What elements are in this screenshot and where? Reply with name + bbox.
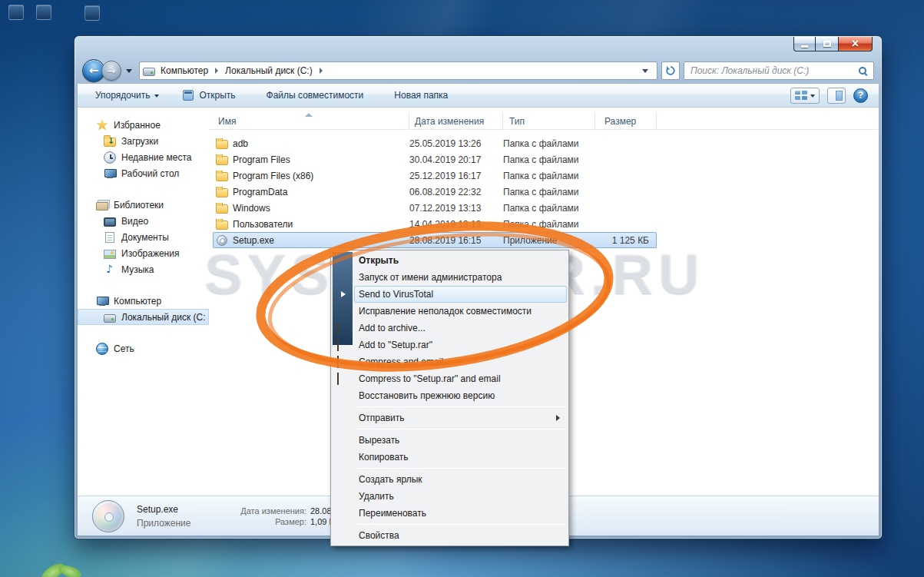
pictures-label: Изображения	[121, 248, 179, 259]
documents-label: Документы	[121, 232, 169, 243]
column-header-name[interactable]: Имя	[209, 113, 409, 129]
close-button[interactable]	[838, 37, 873, 51]
menu-item-rename[interactable]: Переименовать	[333, 505, 567, 522]
computer-label: Компьютер	[114, 296, 161, 307]
menu-item-restore-previous-version[interactable]: Восстановить прежнюю версию	[333, 387, 567, 404]
file-list: adb 25.05.2019 13:26 Папка с файлами Pro…	[213, 135, 657, 248]
open-label: Открыть	[199, 90, 235, 101]
column-name-label: Имя	[218, 116, 236, 127]
compatibility-files-button[interactable]: Файлы совместимости	[260, 87, 371, 104]
organize-label: Упорядочить	[95, 90, 150, 101]
refresh-icon	[665, 65, 676, 76]
desktop-icon	[104, 167, 116, 180]
music-label: Музыка	[121, 264, 154, 275]
sidebar-item-pictures[interactable]: Изображения	[78, 245, 209, 261]
sidebar-item-favorites[interactable]: Избранное	[78, 117, 209, 133]
sidebar-item-network[interactable]: Сеть	[78, 340, 209, 356]
breadcrumb-computer[interactable]: Компьютер	[155, 62, 214, 79]
folder-icon	[216, 188, 228, 197]
menu-item-send-to-virustotal[interactable]: Send to VirusTotal	[333, 286, 567, 303]
file-row-programdata[interactable]: ProgramData 06.08.2019 22:32 Папка с фай…	[213, 184, 657, 200]
maximize-button[interactable]	[816, 37, 838, 51]
file-name: Windows	[233, 203, 270, 214]
column-header-size[interactable]: Размер	[595, 113, 657, 129]
menu-separator	[357, 429, 565, 429]
menu-item-add-to-archive[interactable]: Add to archive...	[333, 320, 567, 337]
file-type: Папка с файлами	[503, 138, 595, 149]
desktop-icon-1[interactable]	[8, 5, 24, 20]
sidebar-item-downloads[interactable]: Загрузки	[78, 133, 209, 149]
breadcrumb-local-disk-c[interactable]: Локальный диск (C:)	[220, 62, 318, 79]
pictures-icon	[104, 250, 116, 259]
file-row-program-files-x86[interactable]: Program Files (x86) 25.12.2019 16:17 Пап…	[213, 167, 657, 184]
change-view-button[interactable]	[790, 88, 820, 104]
menu-item-delete[interactable]: Удалить	[333, 488, 567, 505]
compatibility-files-label: Файлы совместимости	[267, 90, 364, 101]
file-row-adb[interactable]: adb 25.05.2019 13:26 Папка с файлами	[213, 135, 657, 151]
application-icon	[183, 90, 194, 101]
file-date: 07.12.2019 13:13	[409, 203, 503, 214]
minimize-button[interactable]	[793, 37, 816, 51]
details-size-label: Размер:	[227, 517, 306, 526]
help-button[interactable]	[853, 88, 868, 103]
sidebar-item-documents[interactable]: Документы	[78, 229, 209, 245]
documents-icon	[105, 232, 114, 243]
menu-separator	[357, 524, 565, 525]
menu-item-add-to-setup-rar[interactable]: Add to "Setup.rar"	[333, 337, 567, 353]
file-type: Папка с файлами	[503, 154, 595, 165]
menu-item-cut[interactable]: Вырезать	[333, 432, 567, 449]
sidebar-item-music[interactable]: Музыка	[78, 261, 209, 277]
file-row-windows[interactable]: Windows 07.12.2019 13:13 Папка с файлами	[213, 200, 657, 216]
sidebar-item-recent-places[interactable]: Недавние места	[78, 149, 209, 165]
refresh-button[interactable]	[661, 61, 680, 80]
file-row-program-files[interactable]: Program Files 30.04.2019 20:17 Папка с ф…	[213, 151, 657, 167]
desktop-icon-3[interactable]	[84, 5, 100, 21]
forward-button[interactable]	[101, 61, 121, 81]
file-date: 06.08.2019 22:32	[409, 187, 503, 197]
menu-item-run-as-admin[interactable]: Запуск от имени администратора	[333, 269, 567, 286]
search-icon[interactable]	[859, 67, 866, 75]
folder-icon	[216, 204, 228, 214]
column-header-type[interactable]: Тип	[503, 113, 595, 129]
drive-icon	[143, 68, 155, 76]
organize-menu-button[interactable]: Упорядочить	[88, 87, 166, 104]
menu-item-compat-troubleshoot[interactable]: Исправление неполадок совместимости	[333, 303, 567, 320]
file-row-setup-exe[interactable]: Setup.exe 28.08.2019 16:15 Приложение 1 …	[213, 232, 657, 248]
menu-item-send-to[interactable]: Отправить	[333, 410, 567, 426]
file-date: 14.04.2019 13:13	[409, 219, 503, 230]
details-file-name: Setup.exe	[137, 504, 227, 515]
sidebar-item-computer[interactable]: Компьютер	[78, 293, 209, 309]
sidebar-item-libraries[interactable]: Библиотеки	[78, 197, 209, 213]
menu-item-properties[interactable]: Свойства	[333, 527, 567, 544]
menu-item-copy[interactable]: Копировать	[333, 449, 567, 466]
breadcrumb-separator-icon[interactable]	[215, 68, 218, 74]
desktop-label: Рабочий стол	[121, 168, 179, 179]
breadcrumb-separator-icon[interactable]	[320, 68, 323, 74]
file-name: Program Files	[233, 154, 290, 165]
menu-item-create-shortcut[interactable]: Создать ярлык	[333, 471, 567, 488]
preview-pane-button[interactable]	[827, 88, 846, 104]
favorites-group: Избранное Загрузки Недавние места Рабочи…	[78, 117, 209, 181]
details-file-type: Приложение	[137, 518, 227, 529]
details-modified-label: Дата изменения:	[227, 506, 306, 516]
sidebar-item-desktop[interactable]: Рабочий стол	[78, 165, 209, 181]
new-folder-button[interactable]: Новая папка	[387, 87, 455, 104]
menu-item-open[interactable]: Открыть	[333, 252, 567, 269]
winrar-icon	[337, 373, 339, 385]
breadcrumb[interactable]: Компьютер Локальный диск (C:)	[139, 61, 657, 80]
column-header-date[interactable]: Дата изменения	[409, 113, 503, 129]
recent-pages-dropdown[interactable]	[124, 62, 134, 79]
sidebar-item-local-disk-c[interactable]: Локальный диск (C:	[78, 309, 209, 325]
address-dropdown-icon[interactable]	[637, 69, 654, 73]
open-button[interactable]: Открыть	[175, 86, 242, 104]
sidebar-item-video[interactable]: Видео	[78, 213, 209, 229]
maximize-icon	[823, 41, 831, 47]
menu-item-compress-setup-rar-email[interactable]: Compress to "Setup.rar" and email	[333, 370, 567, 387]
file-row-users[interactable]: Пользователи 14.04.2019 13:13 Папка с фа…	[213, 216, 657, 232]
desktop-icon-2[interactable]	[36, 5, 51, 20]
folder-icon	[216, 140, 228, 149]
libraries-icon	[96, 202, 108, 211]
menu-item-compress-and-email[interactable]: Compress and email...	[333, 353, 567, 370]
search-input[interactable]	[684, 65, 859, 76]
file-name: Setup.exe	[233, 235, 274, 246]
